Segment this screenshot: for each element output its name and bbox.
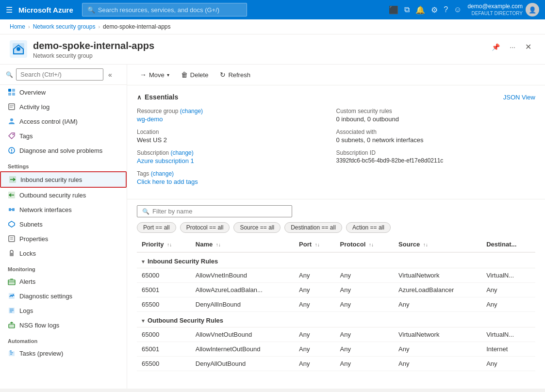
- sidebar-item-overview[interactable]: Overview: [0, 85, 127, 99]
- resource-icon: [10, 40, 27, 58]
- table-row[interactable]: 65001 AllowInternetOutBound Any Any Any …: [137, 342, 535, 357]
- feedback-icon[interactable]: ☺: [454, 5, 462, 14]
- global-search-box[interactable]: 🔍: [82, 3, 247, 16]
- delete-button[interactable]: 🗑 Delete: [176, 68, 214, 81]
- table-row[interactable]: 65000 AllowVnetInBound Any Any VirtualNe…: [137, 268, 535, 283]
- tags-value[interactable]: Click here to add tags: [137, 178, 198, 185]
- filter-tag-destination[interactable]: Destination == all: [284, 222, 342, 233]
- resource-info: demo-spoke-internal-apps Network securit…: [33, 40, 154, 59]
- refresh-button[interactable]: ↻ Refresh: [215, 68, 255, 81]
- help-icon[interactable]: ?: [444, 5, 448, 14]
- brand-name: Microsoft Azure: [18, 6, 73, 14]
- settings-section-label: Settings: [0, 158, 127, 171]
- sidebar-item-properties[interactable]: Properties: [0, 231, 127, 246]
- sidebar-item-nsg-flow-logs[interactable]: NSG flow logs: [0, 318, 127, 332]
- sidebar-item-label-locks: Locks: [19, 250, 36, 257]
- sidebar-item-label-diagnose: Diagnose and solve problems: [19, 147, 102, 154]
- sidebar-item-locks[interactable]: Locks: [0, 246, 127, 261]
- cell-name: AllowVnetInBound: [191, 268, 294, 283]
- avatar[interactable]: 👤: [526, 3, 539, 16]
- filter-search-icon: 🔍: [142, 208, 149, 215]
- cell-port: Any: [294, 342, 335, 357]
- sidebar-item-activity-log[interactable]: Activity log: [0, 99, 127, 114]
- resource-group-change[interactable]: (change): [180, 108, 203, 114]
- sidebar-item-tags[interactable]: Tags: [0, 129, 127, 143]
- table-section-row[interactable]: ▾Inbound Security Rules: [137, 252, 535, 268]
- filter-search-input[interactable]: [152, 208, 287, 215]
- essentials-section: ∧ Essentials JSON View Resource group (c…: [127, 85, 545, 199]
- breadcrumb-home[interactable]: Home: [10, 23, 25, 30]
- essentials-title: ∧ Essentials: [137, 93, 178, 101]
- sidebar-search-input[interactable]: [16, 68, 103, 81]
- svg-rect-20: [12, 208, 15, 211]
- table-row[interactable]: 65500 DenyAllOutBound Any Any Any Any: [137, 357, 535, 371]
- cloud-shell-icon[interactable]: ⬛: [389, 5, 398, 15]
- cell-priority: 65500: [137, 357, 191, 371]
- col-source[interactable]: Source ↑↓: [394, 237, 481, 252]
- resource-group-value[interactable]: wg-demo: [137, 115, 163, 123]
- global-search-input[interactable]: [98, 6, 242, 14]
- nsg-flow-logs-icon: [8, 321, 16, 329]
- directory-icon[interactable]: ⧉: [404, 5, 410, 14]
- subscription-change[interactable]: (change): [170, 149, 193, 156]
- filter-tag-source[interactable]: Source == all: [233, 222, 281, 233]
- sidebar-item-tasks[interactable]: Tasks (preview): [0, 346, 127, 360]
- sidebar-item-inbound-rules[interactable]: Inbound security rules: [0, 171, 127, 188]
- filter-tag-port[interactable]: Port == all: [137, 222, 176, 233]
- svg-rect-7: [9, 104, 15, 110]
- automation-section-label: Automation: [0, 332, 127, 346]
- sidebar-item-diagnose[interactable]: Diagnose and solve problems: [0, 143, 127, 158]
- col-protocol[interactable]: Protocol ↑↓: [335, 237, 394, 252]
- filter-tag-action[interactable]: Action == all: [346, 222, 391, 233]
- filter-tag-protocol[interactable]: Protocol == all: [180, 222, 230, 233]
- tags-change[interactable]: (change): [151, 170, 174, 177]
- refresh-icon: ↻: [220, 71, 226, 79]
- table-section-row[interactable]: ▾Outbound Security Rules: [137, 312, 535, 327]
- svg-point-10: [10, 118, 13, 121]
- sidebar-item-outbound-rules[interactable]: Outbound security rules: [0, 188, 127, 202]
- pin-icon[interactable]: 📌: [488, 41, 504, 53]
- user-info[interactable]: demo@example.com DEFAULT DIRECTORY 👤: [467, 3, 539, 17]
- col-port[interactable]: Port ↑↓: [294, 237, 335, 252]
- sidebar-item-iam[interactable]: Access control (IAM): [0, 114, 127, 129]
- svg-rect-27: [8, 280, 15, 285]
- cell-port: Any: [294, 268, 335, 283]
- more-options-icon[interactable]: ···: [506, 41, 519, 53]
- cell-port: Any: [294, 297, 335, 312]
- table-row[interactable]: 65000 AllowVnetOutBound Any Any VirtualN…: [137, 327, 535, 342]
- table-row[interactable]: 65001 AllowAzureLoadBalan... Any Any Azu…: [137, 283, 535, 297]
- close-button[interactable]: ✕: [521, 40, 535, 53]
- sidebar-collapse-button[interactable]: «: [106, 69, 114, 81]
- hamburger-icon[interactable]: ☰: [6, 5, 13, 15]
- sidebar-item-network-interfaces[interactable]: Network interfaces: [0, 202, 127, 217]
- essentials-subscription: Subscription (change) Azure subscription…: [137, 149, 336, 164]
- json-view-link[interactable]: JSON View: [503, 94, 535, 101]
- move-button[interactable]: → Move ▾: [135, 68, 174, 81]
- essentials-collapse-icon[interactable]: ∧: [137, 94, 142, 101]
- location-value: West US 2: [137, 136, 336, 144]
- sidebar-item-logs[interactable]: Logs: [0, 303, 127, 318]
- cell-name: DenyAllInBound: [191, 297, 294, 312]
- cell-protocol: Any: [335, 283, 394, 297]
- settings-icon[interactable]: ⚙: [431, 5, 438, 15]
- cell-destination: Any: [481, 357, 535, 371]
- col-destination[interactable]: Destinat...: [481, 237, 535, 252]
- sidebar-item-label-iam: Access control (IAM): [19, 118, 78, 125]
- sidebar-item-subnets[interactable]: Subnets: [0, 217, 127, 231]
- sidebar-item-alerts[interactable]: Alerts: [0, 274, 127, 289]
- col-priority[interactable]: Priority ↑↓: [137, 237, 191, 252]
- breadcrumb-nsg[interactable]: Network security groups: [33, 23, 96, 30]
- svg-rect-23: [9, 236, 15, 242]
- section-chevron-icon: ▾: [142, 259, 145, 264]
- sidebar-item-diagnostic-settings[interactable]: Diagnostic settings: [0, 289, 127, 303]
- table-row[interactable]: 65500 DenyAllInBound Any Any Any Any: [137, 297, 535, 312]
- essentials-location: Location West US 2: [137, 129, 336, 144]
- sidebar-item-label-overview: Overview: [19, 89, 46, 96]
- cell-destination: VirtualN...: [481, 327, 535, 342]
- col-name[interactable]: Name ↑↓: [191, 237, 294, 252]
- cell-priority: 65500: [137, 297, 191, 312]
- essentials-subscription-id: Subscription ID 3392fdc6-bc56-4bd9-82be-…: [336, 149, 536, 164]
- notifications-icon[interactable]: 🔔: [415, 5, 425, 15]
- subscription-value[interactable]: Azure subscription 1: [137, 157, 194, 164]
- svg-rect-39: [9, 351, 15, 356]
